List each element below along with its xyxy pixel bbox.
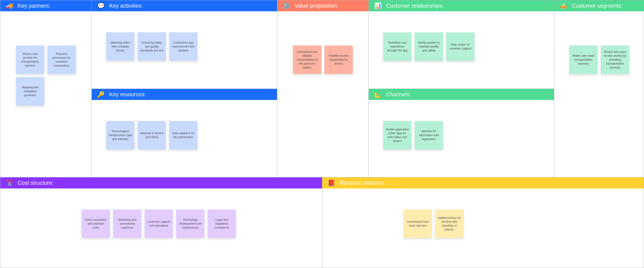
bmc-canvas: 🚚 Key partners: Drivers who provide the …: [0, 0, 644, 268]
pie-chart-icon: 🥧: [560, 3, 567, 9]
stickies-value-proposition: Convenient and reliable transportation a…: [277, 11, 368, 177]
header-customer-segments: 🥧 Customer segments:: [554, 0, 644, 11]
title-key-resources: Key resources:: [109, 91, 146, 98]
block-cost-structure: ✂️ Cost structure: Driver acquisition an…: [0, 177, 322, 268]
sticky[interactable]: Legal and regulatory compliance: [208, 209, 236, 238]
sticky[interactable]: Riders who need transportation services: [569, 46, 598, 74]
bar-chart-icon: 📊: [374, 3, 382, 9]
block-revenue-streams: 📕 Revenue streams: Commission from each …: [322, 177, 644, 268]
sticky[interactable]: Mapping and navigation providers: [16, 77, 44, 105]
header-cost-structure: ✂️ Cost structure:: [0, 177, 322, 188]
title-key-partners: Key partners:: [18, 3, 50, 9]
sticky[interactable]: Data analytics for trip optimization: [169, 121, 198, 149]
title-revenue-streams: Revenue streams:: [340, 180, 384, 186]
title-customer-relationships: Customer relationships:: [386, 3, 444, 9]
block-key-resources: 🔑 Key resources: Technological infrastru…: [92, 89, 277, 177]
title-cost-structure: Cost structure:: [18, 180, 54, 186]
chat-icon: 💬: [97, 3, 105, 9]
stickies-revenue-streams: Commission from each ride fare Additiona…: [322, 188, 644, 268]
block-value-proposition: ⚙️ Value proposition: Convenient and rel…: [277, 0, 368, 177]
ruler-icon: 📐: [374, 91, 382, 97]
sticky[interactable]: Technology development and maintenance: [176, 209, 204, 238]
header-key-activities: 💬 Key activities:: [92, 0, 277, 11]
header-customer-relationships: 📊 Customer relationships:: [369, 0, 554, 11]
header-channels: 📐 Channels:: [369, 89, 554, 100]
title-channels: Channels:: [386, 91, 411, 98]
stickies-cost-structure: Driver acquisition and retention costs M…: [0, 188, 322, 268]
sticky[interactable]: Customer support and operations: [144, 209, 173, 238]
block-key-activities: 💬 Key activities: Matching riders with a…: [92, 0, 277, 89]
sticky[interactable]: Marketing and promotional expenses: [113, 209, 142, 238]
header-revenue-streams: 📕 Revenue streams:: [322, 177, 644, 188]
stickies-customer-relationships: Seamless user experience through the app…: [369, 11, 554, 89]
sticky[interactable]: Matching riders with available drivers: [106, 32, 134, 61]
sticky[interactable]: Convenient and reliable transportation a…: [293, 46, 321, 74]
sticky[interactable]: Seamless user experience through the app: [383, 32, 412, 61]
sticky[interactable]: Technological infrastructure (app and we…: [106, 121, 134, 149]
sticky[interactable]: Help center for customer support: [446, 32, 474, 61]
stickies-customer-segments: Riders who need transportation services …: [554, 11, 644, 177]
key-icon: 🔑: [97, 91, 105, 97]
block-key-partners: 🚚 Key partners: Drivers who provide the …: [0, 0, 92, 177]
title-value-proposition: Value proposition:: [295, 3, 338, 9]
sticky[interactable]: Website for information and registration: [415, 121, 443, 149]
stickies-channels: Mobile application (Uber app) for both r…: [369, 100, 554, 177]
sticky[interactable]: Drivers who want to earn money by provid…: [601, 46, 629, 74]
sticky[interactable]: Driver acquisition and retention costs: [82, 209, 110, 238]
block-customer-segments: 🥧 Customer segments: Riders who need tra…: [554, 0, 644, 177]
title-key-activities: Key activities:: [109, 3, 143, 9]
sticky[interactable]: Continuous app improvement and updates: [169, 32, 198, 61]
stickies-key-partners: Drivers who provide the transportation s…: [0, 11, 92, 177]
sticky[interactable]: Additional fees for services like UberEa…: [435, 209, 464, 238]
sticky[interactable]: Ensuring safety and quality standards ar…: [138, 32, 166, 61]
block-channels: 📐 Channels: Mobile application (Uber app…: [368, 89, 554, 177]
gear-icon: ⚙️: [283, 3, 290, 9]
sticky[interactable]: Commission from each ride fare: [404, 209, 432, 238]
scissors-icon: ✂️: [6, 180, 13, 186]
sticky[interactable]: Mobile application (Uber app) for both r…: [383, 121, 412, 149]
block-customer-relationships: 📊 Customer relationships: Seamless user …: [368, 0, 554, 89]
header-key-resources: 🔑 Key resources:: [92, 89, 277, 100]
sticky[interactable]: Payment processors for seamless transact…: [48, 46, 76, 74]
book-icon: 📕: [328, 180, 335, 186]
sticky[interactable]: Rating system to maintain quality and sa…: [415, 32, 443, 61]
header-key-partners: 🚚 Key partners:: [0, 0, 92, 11]
stickies-key-activities: Matching riders with available drivers E…: [92, 11, 277, 89]
title-customer-segments: Customer segments:: [572, 3, 622, 9]
stickies-key-resources: Technological infrastructure (app and we…: [92, 100, 277, 177]
sticky[interactable]: Network of drivers and riders: [138, 121, 166, 149]
sticky[interactable]: Flexible income opportunity for drivers: [324, 46, 353, 74]
header-value-proposition: ⚙️ Value proposition:: [277, 0, 368, 11]
sticky[interactable]: Drivers who provide the transportation s…: [16, 46, 44, 74]
truck-icon: 🚚: [6, 3, 13, 9]
